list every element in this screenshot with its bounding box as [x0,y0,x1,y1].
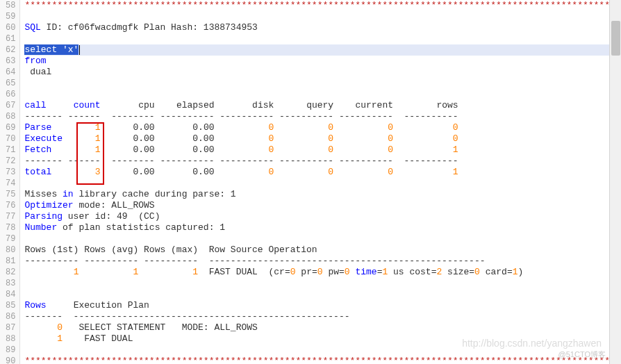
code-line: from [24,56,621,67]
line-number: 58 [6,0,15,11]
scrollbar-thumb[interactable] [611,21,620,56]
code-line: 1 FAST DUAL [24,333,621,345]
line-number: 62 [6,44,15,56]
line-number: 70 [6,133,15,144]
line-number: 67 [6,100,15,111]
code-line: dual [24,67,621,78]
code-line: ---------- ---------- ---------- -------… [24,256,621,267]
code-line: Number of plan statistics captured: 1 [24,222,621,233]
line-number: 81 [6,256,15,267]
code-line [24,89,621,100]
line-number: 59 [6,11,15,22]
line-number: 61 [6,33,15,44]
line-number: 83 [6,278,15,289]
code-line: Misses in library cache during parse: 1 [24,189,621,200]
line-number: 73 [6,167,15,178]
code-line: Rows Execution Plan [24,300,621,311]
code-line: SQL ID: cf06fwacdmgfk Plan Hash: 1388734… [24,22,621,33]
line-number: 86 [6,311,15,322]
vertical-scrollbar[interactable] [609,0,621,364]
table-separator: ------- ------ -------- ---------- -----… [24,156,621,167]
code-area[interactable]: ****************************************… [20,0,621,364]
line-number: 72 [6,156,15,167]
line-number: 80 [6,245,15,256]
code-line [24,345,621,356]
line-number: 77 [6,211,15,222]
line-number: 87 [6,322,15,333]
code-line [24,11,621,22]
code-line [24,233,621,245]
code-line [24,33,621,44]
caret-icon [79,45,80,55]
line-number: 88 [6,333,15,345]
line-number: 69 [6,122,15,133]
line-number: 75 [6,189,15,200]
line-number: 65 [6,78,15,89]
line-number: 60 [6,22,15,33]
divider: ****************************************… [24,356,621,364]
code-editor[interactable]: 5859606162636465666768697071727374757677… [0,0,621,364]
line-number: 79 [6,233,15,245]
table-row: Parse 1 0.00 0.00 0 0 0 0 [24,122,621,133]
table-header-row: call count cpu elapsed disk query curren… [24,100,621,111]
line-number: 76 [6,200,15,211]
table-row: Execute 1 0.00 0.00 0 0 0 0 [24,133,621,144]
code-line [24,78,621,89]
line-number: 68 [6,111,15,122]
code-line: 0 SELECT STATEMENT MODE: ALL_ROWS [24,322,621,333]
code-line: ****************************************… [24,0,621,11]
code-line: Rows (1st) Rows (avg) Rows (max) Row Sou… [24,245,621,256]
code-line: 1 1 1 FAST DUAL (cr=0 pr=0 pw=0 time=1 u… [24,267,621,278]
divider: ****************************************… [24,0,621,10]
line-number: 82 [6,267,15,278]
line-number: 66 [6,89,15,100]
code-line [24,178,621,189]
line-number: 64 [6,67,15,78]
line-number: 71 [6,144,15,156]
line-number: 90 [6,356,15,364]
line-number: 85 [6,300,15,311]
code-line: Optimizer mode: ALL_ROWS [24,200,621,211]
line-number: 78 [6,222,15,233]
line-number: 63 [6,56,15,67]
sql-keyword: select [24,44,57,55]
line-number: 74 [6,178,15,189]
table-row: Fetch 1 0.00 0.00 0 0 0 1 [24,144,621,156]
line-number-gutter: 5859606162636465666768697071727374757677… [0,0,20,364]
table-row: total 3 0.00 0.00 0 0 0 1 [24,167,621,178]
code-line: ------- --------------------------------… [24,311,621,322]
code-line: ****************************************… [24,356,621,364]
code-line [24,289,621,300]
code-line-selected: select 'x' [24,44,621,56]
code-line: Parsing user id: 49 (CC) [24,211,621,222]
line-number: 84 [6,289,15,300]
line-number: 89 [6,345,15,356]
code-line [24,278,621,289]
table-separator: ------- ------ -------- ---------- -----… [24,111,621,122]
